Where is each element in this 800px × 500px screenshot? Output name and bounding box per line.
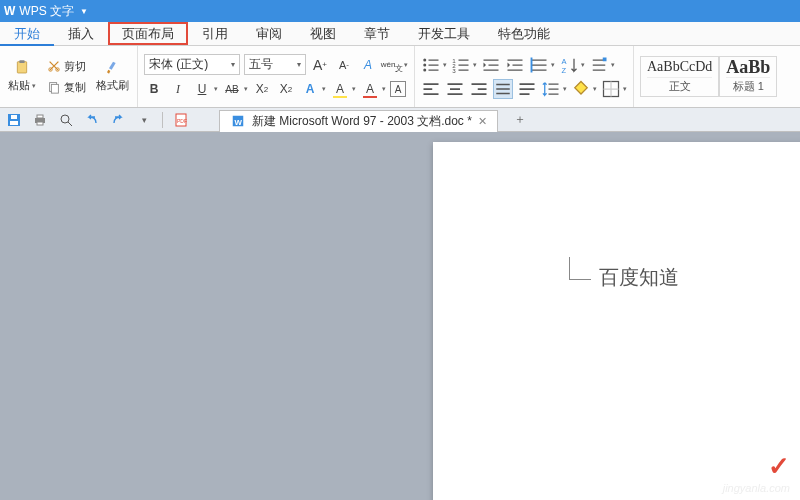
watermark: 经验啦✓ jingyanla.com xyxy=(704,451,790,494)
toggle-marks-button[interactable] xyxy=(589,55,609,75)
tab-settings-button[interactable] xyxy=(529,55,549,75)
group-paragraph: ▾ 123▾ ▾ AZ▾ ▾ ▾ ▾ ▾ xyxy=(415,46,634,107)
svg-point-7 xyxy=(423,63,426,66)
svg-rect-21 xyxy=(37,122,43,125)
shading-button[interactable] xyxy=(571,79,591,99)
document-tab-title: 新建 Microsoft Word 97 - 2003 文档.doc * xyxy=(252,113,472,130)
tab-references[interactable]: 引用 xyxy=(188,22,242,45)
tab-review[interactable]: 审阅 xyxy=(242,22,296,45)
style-heading1[interactable]: AaBb 标题 1 xyxy=(719,56,777,97)
format-painter-button[interactable]: 格式刷 xyxy=(94,77,131,94)
qat-undo-button[interactable] xyxy=(84,112,100,128)
copy-button[interactable]: 复制 xyxy=(44,78,88,96)
qat-pdf-button[interactable]: PDF xyxy=(173,112,189,128)
align-justify-button[interactable] xyxy=(493,79,513,99)
watermark-text: 经验啦 xyxy=(704,453,764,480)
line-spacing-button[interactable] xyxy=(541,79,561,99)
marks-dd-icon[interactable]: ▾ xyxy=(611,61,615,69)
tab-special[interactable]: 特色功能 xyxy=(484,22,564,45)
style-normal[interactable]: AaBbCcDd 正文 xyxy=(640,56,719,97)
svg-rect-18 xyxy=(11,115,17,119)
highlight-color-button[interactable]: A xyxy=(330,79,350,99)
font-size-select[interactable]: 五号▾ xyxy=(244,54,306,75)
app-logo-icon: W xyxy=(4,4,15,18)
borders-dd-icon[interactable]: ▾ xyxy=(623,85,627,93)
strike-dd-icon[interactable]: ▾ xyxy=(244,85,248,93)
italic-button[interactable]: I xyxy=(168,79,188,99)
group-clipboard: 粘贴▾ 剪切 复制 格式刷 xyxy=(0,46,138,107)
tab-sections[interactable]: 章节 xyxy=(350,22,404,45)
svg-text:PDF: PDF xyxy=(177,118,187,124)
paste-button[interactable]: 粘贴▾ xyxy=(6,77,38,94)
effects-dd-icon[interactable]: ▾ xyxy=(322,85,326,93)
document-page[interactable]: 百度知道 xyxy=(433,142,800,500)
distribute-button[interactable] xyxy=(517,79,537,99)
sort-button[interactable]: AZ xyxy=(559,55,579,75)
group-font: 宋体 (正文)▾ 五号▾ A+ A- A wén文 ▾ B I U▾ AB▾ X… xyxy=(138,46,415,107)
qat-redo-button[interactable] xyxy=(110,112,126,128)
shading-dd-icon[interactable]: ▾ xyxy=(593,85,597,93)
document-tab[interactable]: W 新建 Microsoft Word 97 - 2003 文档.doc * ✕ xyxy=(219,110,498,132)
borders-button[interactable] xyxy=(601,79,621,99)
tab-view[interactable]: 视图 xyxy=(296,22,350,45)
svg-text:A: A xyxy=(562,56,567,65)
document-body-text[interactable]: 百度知道 xyxy=(599,264,679,291)
workspace: 百度知道 经验啦✓ jingyanla.com xyxy=(0,132,800,500)
svg-rect-17 xyxy=(10,121,18,125)
svg-rect-14 xyxy=(603,57,607,61)
qat-preview-button[interactable] xyxy=(58,112,74,128)
superscript-button[interactable]: X2 xyxy=(252,79,272,99)
outdent-button[interactable] xyxy=(481,55,501,75)
qat-save-button[interactable] xyxy=(6,112,22,128)
bold-button[interactable]: B xyxy=(144,79,164,99)
highlight-dd-icon[interactable]: ▾ xyxy=(352,85,356,93)
margin-indicator-v xyxy=(569,257,570,279)
menu-bar: 开始 插入 页面布局 引用 审阅 视图 章节 开发工具 特色功能 xyxy=(0,22,800,46)
copy-icon xyxy=(46,79,62,95)
align-left-button[interactable] xyxy=(421,79,441,99)
numbering-button[interactable]: 123 xyxy=(451,55,471,75)
svg-text:3: 3 xyxy=(452,66,456,73)
cut-button[interactable]: 剪切 xyxy=(44,57,88,75)
align-center-button[interactable] xyxy=(445,79,465,99)
svg-rect-1 xyxy=(19,60,24,63)
indent-button[interactable] xyxy=(505,55,525,75)
bullets-button[interactable] xyxy=(421,55,441,75)
svg-point-6 xyxy=(423,58,426,61)
qat-more-button[interactable]: ▾ xyxy=(136,112,152,128)
numbering-dd-icon[interactable]: ▾ xyxy=(473,61,477,69)
tab-start[interactable]: 开始 xyxy=(0,22,54,45)
shrink-font-button[interactable]: A- xyxy=(334,55,354,75)
font-color-button[interactable]: A xyxy=(360,79,380,99)
spacing-dd-icon[interactable]: ▾ xyxy=(563,85,567,93)
underline-button[interactable]: U xyxy=(192,79,212,99)
fontcolor-dd-icon[interactable]: ▾ xyxy=(382,85,386,93)
phonetic-guide-button[interactable]: wén文 xyxy=(382,55,402,75)
text-effects-button[interactable]: A xyxy=(300,79,320,99)
subscript-button[interactable]: X2 xyxy=(276,79,296,99)
bullets-dd-icon[interactable]: ▾ xyxy=(443,61,447,69)
tab-insert[interactable]: 插入 xyxy=(54,22,108,45)
char-border-button[interactable]: A xyxy=(390,81,406,97)
tab-developer[interactable]: 开发工具 xyxy=(404,22,484,45)
app-menu-dropdown-icon[interactable]: ▼ xyxy=(80,7,88,16)
svg-text:Z: Z xyxy=(562,65,567,74)
clear-format-button[interactable]: A xyxy=(358,55,378,75)
checkmark-icon: ✓ xyxy=(768,451,790,482)
group-styles: AaBbCcDd 正文 AaBb 标题 1 xyxy=(634,46,783,107)
tab-page-layout[interactable]: 页面布局 xyxy=(108,22,188,45)
strikethrough-button[interactable]: AB xyxy=(222,79,242,99)
underline-dd-icon[interactable]: ▾ xyxy=(214,85,218,93)
close-tab-button[interactable]: ✕ xyxy=(478,115,487,128)
font-group-dd-icon[interactable]: ▾ xyxy=(404,61,408,69)
sort-dd-icon[interactable]: ▾ xyxy=(581,61,585,69)
qat-print-button[interactable] xyxy=(32,112,48,128)
svg-rect-0 xyxy=(17,62,26,73)
grow-font-button[interactable]: A+ xyxy=(310,55,330,75)
svg-point-8 xyxy=(423,68,426,71)
font-name-select[interactable]: 宋体 (正文)▾ xyxy=(144,54,240,75)
tabset-dd-icon[interactable]: ▾ xyxy=(551,61,555,69)
new-tab-button[interactable]: ＋ xyxy=(508,111,532,128)
align-right-button[interactable] xyxy=(469,79,489,99)
app-title: WPS 文字 xyxy=(19,3,74,20)
